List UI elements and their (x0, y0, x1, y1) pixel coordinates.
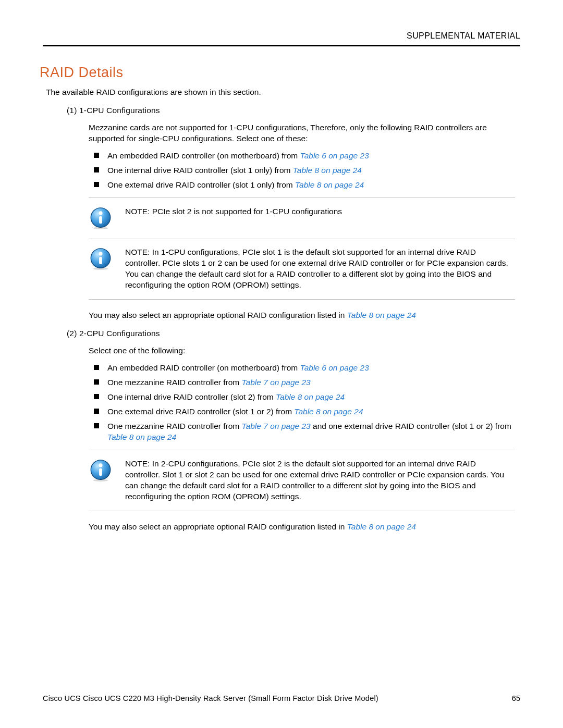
config-2cpu-after: You may also select an appropriate optio… (89, 522, 515, 533)
svg-point-9 (93, 479, 108, 482)
config-1cpu-paragraph: Mezzanine cards are not supported for 1-… (89, 122, 515, 144)
config-2cpu-heading: (2) 2-CPU Configurations (67, 328, 520, 339)
header-label: SUPPLEMENTAL MATERIAL (43, 30, 520, 42)
list-item: One internal drive RAID controller (slot… (94, 392, 515, 403)
list-item-text: and one external drive RAID controller (… (311, 422, 511, 430)
after-text: You may also select an appropriate optio… (89, 522, 347, 531)
config-1cpu-after: You may also select an appropriate optio… (89, 310, 515, 321)
note-text: NOTE: In 1-CPU configurations, PCIe slot… (125, 247, 515, 291)
intro-paragraph: The available RAID configurations are sh… (46, 87, 520, 98)
config-2cpu-list: An embedded RAID controller (on motherbo… (94, 363, 515, 443)
note-text: NOTE: In 2-CPU configurations, PCIe slot… (125, 459, 515, 502)
config-1cpu-body: Mezzanine cards are not supported for 1-… (89, 122, 515, 321)
svg-rect-10 (99, 468, 102, 476)
list-item-text: One mezzanine RAID controller from (107, 378, 242, 387)
list-item-text: One internal drive RAID controller (slot… (107, 392, 276, 401)
info-icon (89, 247, 113, 271)
table-reference-link[interactable]: Table 8 on page 24 (295, 180, 364, 189)
after-text: You may also select an appropriate optio… (89, 311, 347, 319)
note-box: NOTE: In 1-CPU configurations, PCIe slot… (89, 239, 515, 300)
list-item-text: One external drive RAID controller (slot… (107, 180, 295, 189)
list-item-text: One mezzanine RAID controller from (107, 422, 242, 430)
list-item: One mezzanine RAID controller from Table… (94, 377, 515, 388)
list-item: An embedded RAID controller (on motherbo… (94, 363, 515, 374)
info-icon (89, 459, 113, 483)
list-item: One mezzanine RAID controller from Table… (94, 421, 515, 443)
config-2cpu-paragraph: Select one of the following: (89, 346, 515, 356)
table-reference-link[interactable]: Table 8 on page 24 (347, 522, 416, 531)
header-rule (43, 45, 520, 46)
svg-rect-2 (99, 216, 102, 224)
page-number: 65 (512, 694, 520, 704)
svg-rect-6 (99, 257, 102, 264)
config-1cpu-heading: (1) 1-CPU Configurations (67, 105, 520, 116)
svg-point-3 (99, 212, 102, 215)
list-item: One external drive RAID controller (slot… (94, 180, 515, 191)
list-item-text: One internal drive RAID controller (slot… (107, 166, 293, 175)
list-item: One internal drive RAID controller (slot… (94, 165, 515, 176)
svg-point-5 (93, 268, 108, 270)
svg-point-11 (99, 464, 102, 467)
note-box: NOTE: In 2-CPU configurations, PCIe slot… (89, 450, 515, 511)
page: SUPPLEMENTAL MATERIAL RAID Details The a… (0, 0, 563, 728)
svg-point-1 (93, 227, 108, 229)
list-item: An embedded RAID controller (on motherbo… (94, 151, 515, 162)
note-text: NOTE: PCIe slot 2 is not supported for 1… (125, 206, 515, 217)
table-reference-link[interactable]: Table 7 on page 23 (242, 422, 311, 430)
table-reference-link[interactable]: Table 8 on page 24 (276, 392, 345, 401)
svg-point-7 (99, 252, 102, 256)
table-reference-link[interactable]: Table 8 on page 24 (293, 166, 362, 175)
config-1cpu-list: An embedded RAID controller (on motherbo… (94, 151, 515, 191)
info-icon (89, 206, 113, 230)
table-reference-link[interactable]: Table 8 on page 24 (107, 433, 176, 441)
page-footer: Cisco UCS Cisco UCS C220 M3 High-Density… (43, 694, 520, 704)
list-item-text: An embedded RAID controller (on motherbo… (107, 151, 300, 160)
table-reference-link[interactable]: Table 6 on page 23 (300, 151, 369, 160)
section-title: RAID Details (40, 63, 520, 82)
table-reference-link[interactable]: Table 7 on page 23 (242, 378, 311, 387)
note-box: NOTE: PCIe slot 2 is not supported for 1… (89, 198, 515, 239)
config-2cpu-body: Select one of the following: An embedded… (89, 346, 515, 533)
table-reference-link[interactable]: Table 6 on page 23 (300, 363, 369, 372)
list-item-text: An embedded RAID controller (on motherbo… (107, 363, 300, 372)
list-item-text: One external drive RAID controller (slot… (107, 407, 294, 416)
table-reference-link[interactable]: Table 8 on page 24 (347, 311, 416, 319)
footer-title: Cisco UCS Cisco UCS C220 M3 High-Density… (43, 694, 378, 704)
list-item: One external drive RAID controller (slot… (94, 406, 515, 417)
table-reference-link[interactable]: Table 8 on page 24 (294, 407, 363, 416)
